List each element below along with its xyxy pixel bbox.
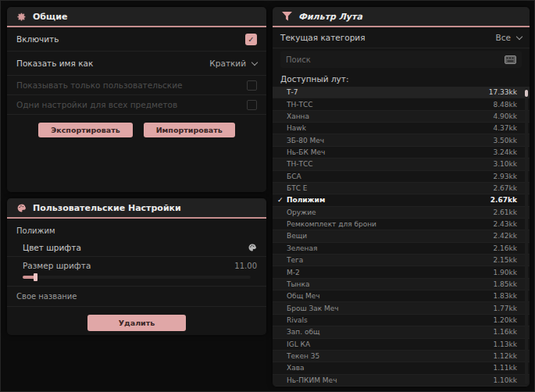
- loot-item-name: Нь-БК Меч: [287, 148, 494, 156]
- loot-item-name: ТН-ТСС: [287, 160, 494, 168]
- loot-row[interactable]: ✓ Тынка 1.85kk: [273, 279, 530, 290]
- loot-item-value: 1.10kk: [494, 376, 517, 384]
- import-button[interactable]: Импортировать: [144, 123, 235, 137]
- check-icon: ✓: [277, 196, 287, 204]
- chevron-down-icon: [516, 33, 523, 39]
- loot-item-value: 2.43kk: [494, 220, 517, 228]
- loot-item-value: 2.15kk: [494, 256, 517, 264]
- loot-row[interactable]: ✓ Rivals 1.20kk: [273, 315, 530, 326]
- loot-item-value: 1.77kk: [494, 305, 517, 312]
- loot-row[interactable]: ✓ БСА 2.93kk: [273, 171, 530, 183]
- loot-item-value: 3.50kk: [494, 137, 517, 144]
- loot-row[interactable]: ✓ ЗБ-80 Меч 3.50kk: [273, 134, 530, 146]
- loot-row[interactable]: ✓ М-2 1.90kk: [273, 266, 530, 278]
- filter-panel-title: Фильтр Лута: [298, 12, 362, 22]
- loot-item-value: 2.16kk: [494, 244, 517, 252]
- category-dropdown[interactable]: Все: [496, 33, 522, 42]
- loot-item-name: БСА: [287, 173, 494, 180]
- scrollbar-handle[interactable]: [525, 90, 528, 97]
- loot-row[interactable]: ✓ БТС Е 2.67kk: [273, 183, 530, 194]
- slider-track: [23, 276, 251, 279]
- loot-item-name: Тынка: [287, 280, 494, 288]
- selected-item-name: Полижим: [7, 219, 266, 238]
- loot-item-name: Зап. общ: [287, 328, 494, 336]
- show-name-value: Краткий: [209, 59, 246, 68]
- loot-row[interactable]: ✓ Ханна 4.90kk: [273, 111, 530, 123]
- loot-item-value: 3.10kk: [494, 160, 517, 168]
- loot-row[interactable]: ✓ ТН-ТСС 8.48kk: [273, 98, 530, 110]
- loot-item-value: 4.37kk: [494, 124, 517, 132]
- search-box: [280, 51, 522, 68]
- loot-row[interactable]: ✓ Нь-БК Меч 3.24kk: [273, 147, 530, 159]
- same-settings-row: Одни настройки для всех предметов: [7, 95, 266, 115]
- loot-row[interactable]: ✓ Общ Меч 1.83kk: [273, 290, 530, 302]
- loot-item-name: Вещи: [287, 232, 494, 240]
- slider-handle[interactable]: [34, 273, 37, 281]
- loot-item-name: Общ Меч: [287, 292, 494, 300]
- loot-row[interactable]: ✓ Нь-ПКИМ Меч 1.10kk: [273, 375, 530, 387]
- general-settings-panel: Общие Включить ✓ Показать имя как Кратки…: [7, 7, 266, 192]
- loot-item-name: Ханна: [287, 112, 494, 120]
- font-size-value: 11.00: [234, 262, 257, 270]
- loot-row[interactable]: ✓ Полижим 2.67kk: [273, 194, 530, 206]
- loot-row[interactable]: ✓ Тега 2.15kk: [273, 255, 530, 266]
- loot-item-value: 2.67kk: [494, 184, 517, 192]
- only-custom-setting-row: Показывать только пользовательские: [7, 76, 266, 95]
- font-color-label: Цвет шрифта: [23, 243, 81, 252]
- loot-row[interactable]: ✓ Хава 1.11kk: [273, 362, 530, 374]
- export-import-row: Экспортировать Импортировать: [7, 115, 266, 137]
- custom-panel-header: Пользовательские Настройки: [7, 198, 266, 219]
- loot-row[interactable]: ✓ Текен 35 1.12kk: [273, 351, 530, 362]
- loot-item-value: 3.24kk: [494, 148, 517, 156]
- search-input[interactable]: [286, 55, 500, 64]
- custom-name-input[interactable]: [7, 287, 266, 307]
- font-size-row: Размер шрифта 11.00: [7, 257, 266, 287]
- export-button[interactable]: Экспортировать: [38, 123, 132, 137]
- loot-item-value: 2.67kk: [490, 196, 517, 204]
- category-value: Все: [496, 33, 511, 42]
- loot-row[interactable]: ✓ IGL КА 1.13kk: [273, 339, 530, 351]
- loot-item-name: ЗБ-80 Меч: [287, 137, 494, 144]
- loot-item-value: 1.90kk: [494, 269, 517, 276]
- loot-row[interactable]: ✓ ТН-ТСС 3.10kk: [273, 159, 530, 170]
- loot-row[interactable]: ✓ Зеленая 2.16kk: [273, 243, 530, 255]
- loot-item-name: Т-7: [287, 88, 489, 96]
- loot-row[interactable]: ✓ Т-7 17.33kk: [273, 87, 530, 98]
- loot-row[interactable]: ✓ Ремкомплект для брони 2.43kk: [273, 219, 530, 230]
- loot-item-value: 4.90kk: [494, 112, 517, 120]
- enable-setting-row: Включить ✓: [7, 27, 266, 52]
- loot-item-value: 17.33kk: [489, 88, 517, 96]
- loot-item-value: 2.42kk: [494, 232, 517, 240]
- color-picker-icon[interactable]: [248, 243, 257, 252]
- loot-item-name: ТН-ТСС: [287, 101, 494, 109]
- loot-item-value: 1.83kk: [494, 292, 517, 300]
- loot-item-value: 1.12kk: [494, 352, 517, 360]
- show-name-setting-row: Показать имя как Краткий: [7, 52, 266, 76]
- custom-panel-title: Пользовательские Настройки: [33, 203, 181, 213]
- loot-item-name: Полижим: [287, 196, 490, 204]
- loot-list-scrollbar[interactable]: [525, 88, 528, 384]
- general-panel-header: Общие: [7, 7, 266, 27]
- loot-item-name: Ремкомплект для брони: [287, 220, 494, 228]
- show-name-dropdown[interactable]: Краткий: [209, 59, 257, 68]
- loot-item-value: 8.48kk: [494, 101, 517, 109]
- delete-row: Удалить: [7, 307, 266, 331]
- loot-row[interactable]: ✓ Вещи 2.42kk: [273, 230, 530, 242]
- enable-checkbox[interactable]: ✓: [245, 34, 257, 45]
- loot-item-name: М-2: [287, 269, 494, 276]
- delete-button[interactable]: Удалить: [87, 315, 187, 331]
- funnel-icon: [282, 12, 292, 21]
- loot-item-value: 2.93kk: [494, 173, 517, 180]
- loot-row[interactable]: ✓ Брош Зак Меч 1.77kk: [273, 302, 530, 314]
- loot-row[interactable]: ✓ Зап. общ 1.16kk: [273, 326, 530, 338]
- loot-item-value: 1.20kk: [494, 316, 517, 324]
- category-label: Текущая категория: [280, 33, 366, 42]
- loot-row[interactable]: ✓ Оружие 2.61kk: [273, 207, 530, 219]
- show-name-label: Показать имя как: [16, 59, 93, 68]
- gear-icon: [16, 12, 27, 22]
- font-size-slider[interactable]: [23, 273, 251, 281]
- chevron-down-icon: [251, 59, 258, 65]
- category-row: Текущая категория Все: [273, 27, 530, 48]
- loot-row[interactable]: ✓ Hawk 4.37kk: [273, 123, 530, 134]
- keyboard-icon[interactable]: [505, 55, 516, 64]
